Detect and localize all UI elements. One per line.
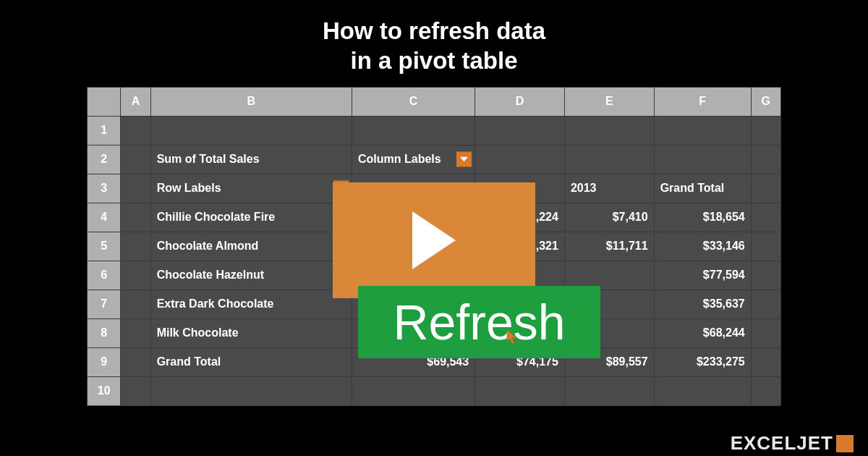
col-header-b[interactable]: B xyxy=(150,87,352,116)
chevron-down-icon xyxy=(460,157,468,162)
cell[interactable] xyxy=(751,203,780,232)
play-button[interactable] xyxy=(333,182,535,298)
table-row: 2 Sum of Total Sales Column Labels xyxy=(88,145,781,174)
cell-measure-label[interactable]: Sum of Total Sales xyxy=(150,145,352,174)
cell[interactable] xyxy=(121,174,150,203)
cell[interactable] xyxy=(121,116,150,145)
cell[interactable] xyxy=(564,116,654,145)
column-labels-text: Column Labels xyxy=(358,153,441,165)
table-row: 10 xyxy=(88,376,781,405)
col-header-f[interactable]: F xyxy=(654,87,751,116)
cell-value[interactable] xyxy=(564,261,654,290)
cell[interactable] xyxy=(121,261,150,290)
cell-value[interactable]: $18,654 xyxy=(654,203,751,232)
row-header-9[interactable]: 9 xyxy=(88,347,121,376)
cell-value[interactable]: $7,410 xyxy=(564,203,654,232)
title-line-1: How to refresh data xyxy=(323,17,545,44)
cell[interactable] xyxy=(564,376,654,405)
row-header-7[interactable]: 7 xyxy=(88,290,121,318)
row-header-2[interactable]: 2 xyxy=(88,145,121,174)
cell[interactable] xyxy=(121,232,150,261)
cell[interactable] xyxy=(751,232,780,261)
cell-product[interactable]: Extra Dark Chocolate xyxy=(150,290,352,318)
cell[interactable] xyxy=(564,145,654,174)
cell[interactable] xyxy=(654,116,751,145)
brand-icon xyxy=(836,435,854,452)
brand-name: EXCELJET xyxy=(731,432,833,455)
cell-product[interactable]: Chocolate Hazelnut xyxy=(150,261,352,290)
cell-total-value[interactable]: $233,275 xyxy=(654,347,751,376)
cell[interactable] xyxy=(475,145,565,174)
col-header-a[interactable]: A xyxy=(121,87,150,116)
refresh-label: Refresh xyxy=(393,294,565,350)
cell-column-labels[interactable]: Column Labels xyxy=(352,145,475,174)
cell-product[interactable]: Milk Chocolate xyxy=(150,318,352,347)
corner-cell[interactable] xyxy=(88,87,121,116)
cell-value[interactable]: $77,594 xyxy=(654,261,751,290)
row-header-4[interactable]: 4 xyxy=(88,203,121,232)
cell-grand-total-header[interactable]: Grand Total xyxy=(654,174,751,203)
cell[interactable] xyxy=(121,347,150,376)
cell-value[interactable]: $11,711 xyxy=(564,232,654,261)
col-header-c[interactable]: C xyxy=(352,87,475,116)
row-header-6[interactable]: 6 xyxy=(88,261,121,290)
row-header-1[interactable]: 1 xyxy=(88,116,121,145)
cell[interactable] xyxy=(150,376,352,405)
cell-product[interactable]: Chillie Chocolate Fire xyxy=(150,203,352,232)
cell[interactable] xyxy=(654,376,751,405)
column-labels-dropdown[interactable] xyxy=(456,152,472,167)
cell-value[interactable]: $35,637 xyxy=(654,290,751,318)
cell[interactable] xyxy=(121,203,150,232)
cell[interactable] xyxy=(751,290,780,318)
refresh-tooltip: Refresh xyxy=(358,286,600,358)
title-line-2: in a pivot table xyxy=(350,47,517,74)
cell[interactable] xyxy=(352,116,475,145)
cell[interactable] xyxy=(121,290,150,318)
cell[interactable] xyxy=(121,376,150,405)
table-row: 1 xyxy=(88,116,781,145)
cell[interactable] xyxy=(751,261,780,290)
cell-product[interactable]: Chocolate Almond xyxy=(150,232,352,261)
col-header-e[interactable]: E xyxy=(564,87,654,116)
brand-logo: EXCELJET xyxy=(731,432,854,455)
cell-value[interactable]: $33,146 xyxy=(654,232,751,261)
cell[interactable] xyxy=(121,318,150,347)
cell-row-labels[interactable]: Row Labels xyxy=(150,174,352,203)
cell-grand-total-row[interactable]: Grand Total xyxy=(150,347,352,376)
cell[interactable] xyxy=(654,145,751,174)
row-header-5[interactable]: 5 xyxy=(88,232,121,261)
cell[interactable] xyxy=(352,376,475,405)
cell[interactable] xyxy=(751,145,780,174)
cell[interactable] xyxy=(475,376,565,405)
page-title: How to refresh data in a pivot table xyxy=(0,0,868,76)
row-header-3[interactable]: 3 xyxy=(88,174,121,203)
cell[interactable] xyxy=(751,116,780,145)
cell[interactable] xyxy=(475,116,565,145)
cell-year[interactable]: 2013 xyxy=(564,174,654,203)
cell[interactable] xyxy=(121,145,150,174)
row-header-8[interactable]: 8 xyxy=(88,318,121,347)
cell[interactable] xyxy=(751,376,780,405)
cursor-icon xyxy=(506,329,519,345)
row-labels-text: Row Labels xyxy=(157,182,221,194)
cell-value[interactable]: $68,244 xyxy=(654,318,751,347)
row-header-10[interactable]: 10 xyxy=(88,376,121,405)
cell[interactable] xyxy=(751,174,780,203)
cell[interactable] xyxy=(751,318,780,347)
cell[interactable] xyxy=(150,116,352,145)
cell[interactable] xyxy=(751,347,780,376)
col-header-g[interactable]: G xyxy=(751,87,780,116)
col-header-d[interactable]: D xyxy=(475,87,565,116)
column-header-row: A B C D E F G xyxy=(88,87,781,116)
play-icon xyxy=(409,211,459,269)
